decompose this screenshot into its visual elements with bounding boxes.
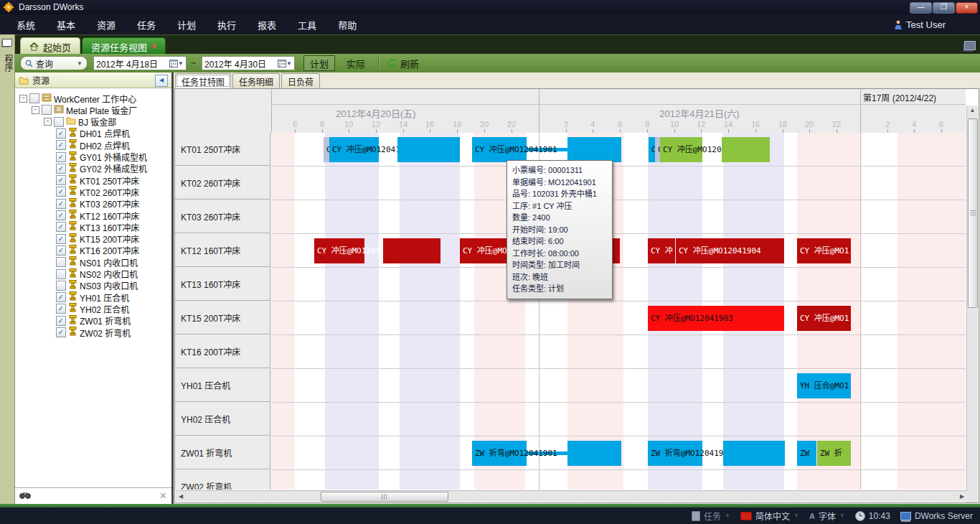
- close-button[interactable]: ×: [956, 2, 978, 14]
- windows-list-icon[interactable]: [964, 41, 976, 50]
- tree-node-12[interactable]: ✓KT15 200T冲床: [56, 233, 139, 245]
- task-bar[interactable]: CY 冲压@MO1: [797, 306, 851, 331]
- tree-checkbox[interactable]: ✓: [56, 222, 66, 232]
- tree-checkbox[interactable]: [56, 257, 66, 267]
- status-language-menu[interactable]: 简体中文 ▼: [740, 510, 799, 522]
- date-from-picker[interactable]: 2012年 4月18日 ▼: [93, 56, 187, 70]
- tree-node-10[interactable]: ✓KT12 160T冲床: [56, 210, 139, 221]
- tree-checkbox[interactable]: [42, 105, 52, 115]
- task-bar[interactable]: [722, 137, 770, 162]
- tree-checkbox[interactable]: ✓: [56, 164, 66, 174]
- tree-node-18[interactable]: ✓YH02 压合机: [56, 303, 129, 314]
- task-bar[interactable]: ZW 折弯@MO12041901: [648, 441, 702, 466]
- tree-checkbox[interactable]: [56, 269, 66, 279]
- task-bar[interactable]: [383, 238, 440, 263]
- tree-expander-icon[interactable]: −: [44, 118, 52, 126]
- menu-item-5[interactable]: 执行: [207, 18, 247, 32]
- tree-checkbox[interactable]: [29, 93, 39, 103]
- tree-checkbox[interactable]: ✓: [56, 234, 66, 244]
- task-bar[interactable]: [723, 441, 785, 466]
- task-bar[interactable]: CY 冲压@MO12041904: [676, 238, 784, 263]
- find-icon[interactable]: [19, 491, 31, 500]
- tree-node-16[interactable]: NS03 内收口机: [56, 280, 138, 291]
- task-bar[interactable]: CY 冲压@MO1: [797, 238, 851, 263]
- menu-item-6[interactable]: 报表: [247, 18, 287, 32]
- menu-item-4[interactable]: 计划: [166, 18, 207, 32]
- task-bar[interactable]: CY 冲压@MO12041901: [329, 137, 379, 162]
- tree-checkbox[interactable]: ✓: [56, 292, 66, 302]
- tree-node-20[interactable]: ✓ZW02 折弯机: [56, 327, 131, 338]
- search-control[interactable]: 查询 ▼: [20, 56, 88, 70]
- tree-node-6[interactable]: ✓GY02 外桶成型机: [56, 163, 147, 174]
- actual-toggle-button[interactable]: 实际: [341, 56, 371, 70]
- task-bar[interactable]: ZW 折: [817, 441, 851, 466]
- tree-node-8[interactable]: ✓KT02 260T冲床: [56, 186, 139, 197]
- tree-node-11[interactable]: ✓KT13 160T冲床: [56, 221, 139, 233]
- task-bar[interactable]: YH 压合@MO1: [797, 373, 851, 398]
- menu-item-2[interactable]: 资源: [86, 18, 126, 32]
- calendar-icon[interactable]: [169, 59, 178, 67]
- tree-node-2[interactable]: −BJ 钣金部: [44, 116, 116, 128]
- search-dropdown-icon[interactable]: ▼: [77, 60, 83, 67]
- tree-node-4[interactable]: ✓DH02 点焊机: [56, 139, 130, 151]
- gantt-tab-2[interactable]: 日负荷: [281, 73, 320, 88]
- clear-filter-icon[interactable]: ✕: [159, 490, 167, 501]
- task-bar[interactable]: CY 冲压@MO12041903: [648, 306, 784, 331]
- tree-checkbox[interactable]: ✓: [56, 187, 66, 197]
- tree-node-9[interactable]: ✓KT03 260T冲床: [56, 198, 139, 210]
- tree-checkbox[interactable]: ✓: [56, 140, 66, 150]
- tree-node-0[interactable]: −WorkCenter 工作中心: [19, 93, 136, 104]
- menu-item-1[interactable]: 基本: [46, 18, 86, 32]
- tree-node-3[interactable]: ✓DH01 点焊机: [56, 128, 130, 139]
- vertical-scrollbar[interactable]: ▲ ▼: [966, 106, 978, 503]
- tree-node-19[interactable]: ✓ZW01 折弯机: [56, 315, 131, 327]
- tree-node-17[interactable]: ✓YH01 压合机: [56, 291, 129, 303]
- tree-checkbox[interactable]: ✓: [56, 316, 66, 326]
- restore-button[interactable]: ❐: [933, 2, 955, 14]
- task-bar[interactable]: C: [655, 137, 660, 162]
- status-font-menu[interactable]: A 字体 ▼: [809, 510, 845, 522]
- tree-checkbox[interactable]: ✓: [56, 304, 66, 314]
- date-to-picker[interactable]: 2012年 4月30日 ▼: [202, 56, 295, 70]
- task-bar[interactable]: ZW 折弯@MO12041901: [472, 441, 527, 466]
- tree-checkbox[interactable]: ✓: [56, 199, 66, 209]
- tab-close-icon[interactable]: ×: [151, 42, 156, 52]
- vertical-scroll-thumb[interactable]: [968, 118, 978, 308]
- panel-collapse-button[interactable]: ◀: [155, 75, 168, 87]
- task-bar[interactable]: CY 冲压@MO12041901: [472, 137, 527, 162]
- tree-checkbox[interactable]: ✓: [56, 128, 66, 139]
- task-bar[interactable]: CY 冲压@MO12041904: [314, 238, 364, 263]
- menu-item-8[interactable]: 帮助: [327, 18, 367, 32]
- minimize-button[interactable]: —: [910, 2, 932, 14]
- tree-checkbox[interactable]: ✓: [56, 152, 66, 162]
- menu-item-7[interactable]: 工具: [287, 18, 327, 32]
- horizontal-scrollbar[interactable]: ◀ ▶: [176, 490, 967, 502]
- tree-checkbox[interactable]: ✓: [56, 327, 66, 337]
- tree-node-15[interactable]: NS02 内收口机: [56, 268, 138, 280]
- language-dropdown-icon[interactable]: ▼: [793, 513, 799, 519]
- date-to-dropdown-icon[interactable]: ▼: [286, 60, 292, 67]
- status-task-menu[interactable]: 任务 ▼: [692, 510, 730, 522]
- calendar-icon[interactable]: [278, 59, 286, 67]
- gantt-tab-1[interactable]: 任务明细: [232, 73, 280, 88]
- tree-node-13[interactable]: ✓KT16 200T冲床: [56, 245, 139, 256]
- tree-checkbox[interactable]: [54, 117, 64, 127]
- tree-checkbox[interactable]: ✓: [56, 245, 66, 256]
- tree-checkbox[interactable]: [56, 281, 66, 291]
- horizontal-scroll-thumb[interactable]: [321, 492, 448, 502]
- scroll-up-arrow[interactable]: ▲: [968, 106, 977, 116]
- tree-node-1[interactable]: −Metal Plate 钣金厂: [32, 104, 137, 116]
- task-bar[interactable]: [567, 137, 621, 162]
- collapsed-panel-strip[interactable]: 程序: [0, 34, 15, 504]
- font-dropdown-icon[interactable]: ▼: [839, 513, 845, 519]
- scroll-right-arrow[interactable]: ▶: [957, 492, 967, 501]
- refresh-button[interactable]: 刷新: [387, 57, 419, 70]
- menu-item-3[interactable]: 任务: [126, 18, 166, 32]
- task-bar[interactable]: ZW: [797, 441, 816, 466]
- user-area[interactable]: Test User: [894, 14, 946, 34]
- tree-checkbox[interactable]: ✓: [56, 210, 66, 220]
- task-bar[interactable]: CY 冲: [648, 238, 675, 263]
- task-bar[interactable]: [567, 441, 621, 466]
- task-bar[interactable]: CY 冲压@MO12041902: [660, 137, 702, 162]
- tree-expander-icon[interactable]: −: [32, 106, 39, 114]
